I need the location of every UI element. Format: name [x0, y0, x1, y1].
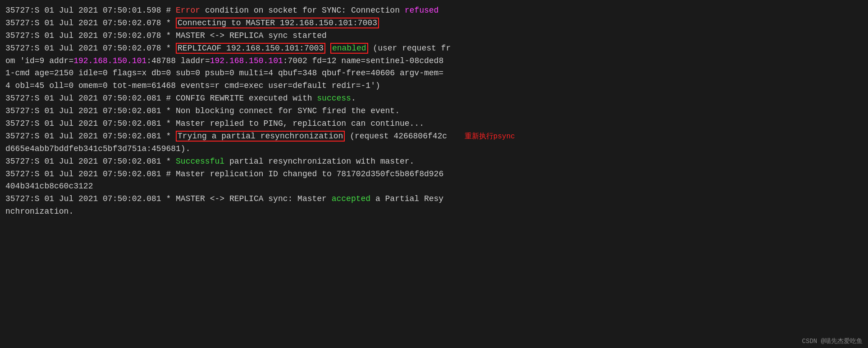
log-container: 35727:S 01 Jul 2021 07:50:01.598 # Error… [5, 5, 863, 218]
log-line-5: om 'id=9 addr=192.168.150.101:48788 ladd… [5, 55, 863, 68]
log-line-17: nchronization. [5, 206, 863, 218]
annotation-text: 重新执行psync [447, 133, 515, 141]
log-line-14: 35727:S 01 Jul 2021 07:50:02.081 # Maste… [5, 168, 863, 181]
log-line-2: 35727:S 01 Jul 2021 07:50:02.078 * Conne… [5, 17, 863, 30]
log-line-11: 35727:S 01 Jul 2021 07:50:02.081 * Tryin… [5, 130, 863, 143]
boxed-text: Trying a partial resynchronization [176, 131, 345, 142]
boxed-text: Connecting to MASTER 192.168.150.101:700… [176, 18, 379, 28]
log-line-13: 35727:S 01 Jul 2021 07:50:02.081 * Succe… [5, 156, 863, 168]
log-line-12: d665e4abb7bddfeb341c5bf3d751a:459681). [5, 143, 863, 156]
log-line-6: 1-cmd age=2150 idle=0 flags=x db=0 sub=0… [5, 67, 863, 80]
log-line-9: 35727:S 01 Jul 2021 07:50:02.081 * Non b… [5, 105, 863, 118]
log-line-10: 35727:S 01 Jul 2021 07:50:02.081 * Maste… [5, 118, 863, 130]
log-line-3: 35727:S 01 Jul 2021 07:50:02.078 * MASTE… [5, 30, 863, 42]
boxed-text: REPLICAOF 192.168.150.101:7003 [176, 43, 325, 54]
log-line-7: 4 obl=45 oll=0 omem=0 tot-mem=61468 even… [5, 80, 863, 92]
log-line-8: 35727:S 01 Jul 2021 07:50:02.081 # CONFI… [5, 92, 863, 105]
log-line-16: 35727:S 01 Jul 2021 07:50:02.081 * MASTE… [5, 193, 863, 206]
boxed-text: enabled [330, 43, 368, 54]
log-line-1: 35727:S 01 Jul 2021 07:50:01.598 # Error… [5, 5, 863, 17]
log-line-4: 35727:S 01 Jul 2021 07:50:02.078 * REPLI… [5, 42, 863, 55]
watermark: CSDN @喵先杰爱吃鱼 [802, 337, 863, 345]
log-line-15: 404b341cb8c60c3122 [5, 180, 863, 193]
